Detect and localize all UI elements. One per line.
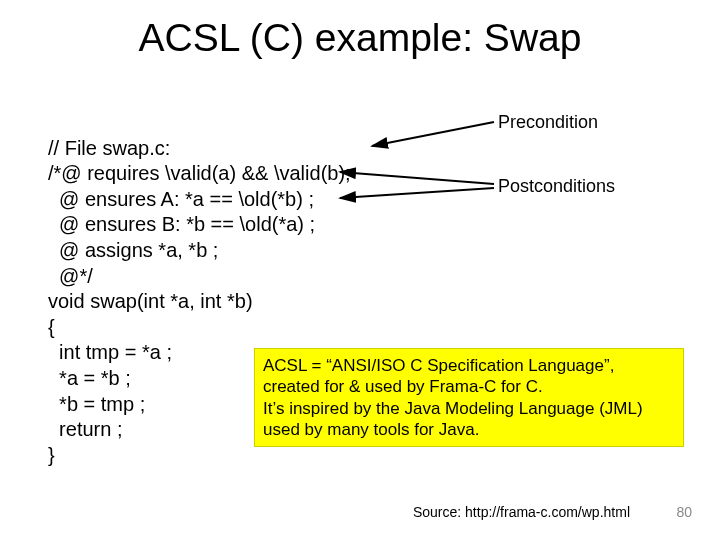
code-line: @ ensures B: *b == \old(*a) ; (48, 213, 315, 235)
code-line: // File swap.c: (48, 137, 170, 159)
code-line: @*/ (48, 265, 93, 287)
code-line: *a = *b ; (48, 367, 131, 389)
code-line: @ ensures A: *a == \old(*b) ; (48, 188, 314, 210)
source-text: Source: http://frama-c.com/wp.html (413, 504, 630, 520)
code-line: int tmp = *a ; (48, 341, 172, 363)
code-line: return ; (48, 418, 122, 440)
code-line: *b = tmp ; (48, 393, 145, 415)
arrow-postcondition-b (340, 188, 494, 198)
code-line: { (48, 316, 55, 338)
info-line: ACSL = “ANSI/ISO C Specification Languag… (263, 355, 675, 376)
info-line: It’s inspired by the Java Modeling Langu… (263, 398, 675, 419)
info-line: created for & used by Frama-C for C. (263, 376, 675, 397)
info-box: ACSL = “ANSI/ISO C Specification Languag… (254, 348, 684, 447)
postconditions-label: Postconditions (498, 176, 615, 197)
page-number: 80 (676, 504, 692, 520)
arrow-postcondition-a (340, 172, 494, 184)
arrow-precondition (372, 122, 494, 146)
code-line: void swap(int *a, int *b) (48, 290, 253, 312)
code-line: } (48, 444, 55, 466)
code-line: @ assigns *a, *b ; (48, 239, 218, 261)
slide-title: ACSL (C) example: Swap (0, 16, 720, 60)
code-line: /*@ requires \valid(a) && \valid(b); (48, 162, 351, 184)
precondition-label: Precondition (498, 112, 598, 133)
info-line: used by many tools for Java. (263, 419, 675, 440)
